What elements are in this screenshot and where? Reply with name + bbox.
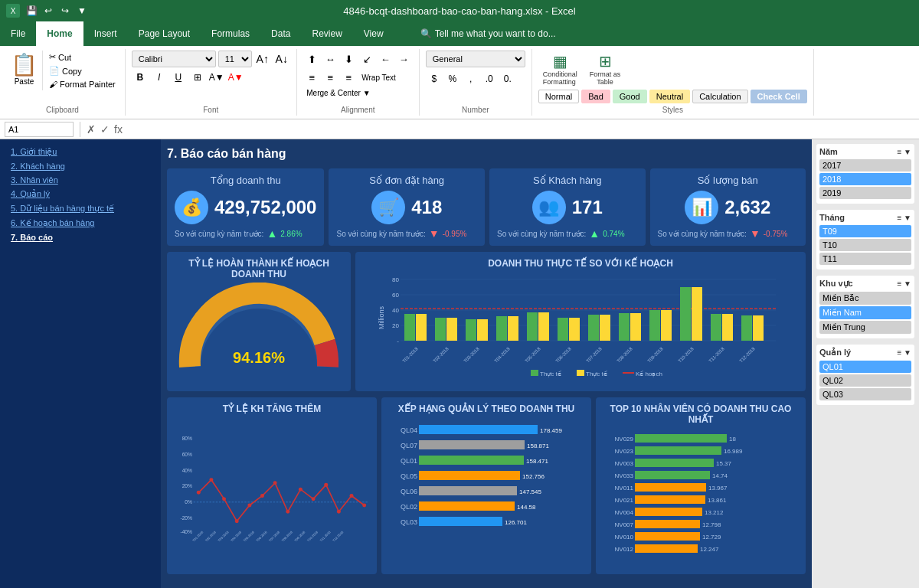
svg-text:-: - (397, 338, 399, 345)
comma-button[interactable]: , (463, 70, 479, 87)
name-box[interactable]: A1 (5, 122, 74, 137)
sidebar-item-3[interactable]: 3. Nhân viên (11, 175, 150, 185)
svg-text:T10-2018: T10-2018 (306, 530, 319, 543)
svg-text:0%: 0% (185, 499, 192, 505)
format-as-table-button[interactable]: ⊞ Format asTable (585, 51, 626, 87)
fill-color-button[interactable]: A▼ (208, 69, 225, 86)
align-left-button[interactable]: ≡ (303, 69, 320, 86)
sidebar-item-5[interactable]: 5. Dữ liệu bán hàng thực tế (11, 204, 150, 214)
undo-button[interactable]: ↩ (41, 4, 55, 18)
sidebar-item-2[interactable]: 2. Khách hàng (11, 162, 150, 171)
italic-button[interactable]: I (151, 69, 168, 86)
region-south[interactable]: Miền Nam (819, 306, 911, 319)
tab-page-layout[interactable]: Page Layout (128, 21, 201, 46)
confirm-formula-icon[interactable]: ✓ (100, 123, 110, 136)
conditional-formatting-button[interactable]: ▦ ConditionalFormatting (538, 51, 582, 87)
svg-text:Millions: Millions (378, 305, 385, 329)
cut-button[interactable]: ✂ Cut (46, 51, 119, 64)
style-check-cell[interactable]: Check Cell (751, 90, 807, 103)
percent-button[interactable]: % (444, 70, 461, 87)
number-format-select[interactable]: General (426, 51, 525, 67)
style-normal[interactable]: Normal (538, 90, 579, 103)
month-t11[interactable]: T11 (819, 253, 911, 265)
decimal-increase-button[interactable]: .0 (481, 70, 498, 87)
style-bad[interactable]: Bad (581, 90, 610, 103)
font-size-select[interactable]: 11 (218, 51, 252, 67)
region-north[interactable]: Miền Bắc (819, 292, 911, 305)
title-bar: X 💾 ↩ ↪ ▼ 4846-bcqt-dashboard-bao-cao-ba… (0, 0, 919, 21)
manager-ql02[interactable]: QL02 (819, 374, 911, 387)
style-calculation[interactable]: Calculation (692, 90, 747, 103)
line-chart-card: TỶ LỆ KH TĂNG THÊM 80% 60% 40% 20% 0% -2… (167, 397, 377, 574)
indent-increase-button[interactable]: → (395, 51, 412, 67)
year-2018[interactable]: 2018 (819, 173, 911, 185)
style-neutral[interactable]: Neutral (649, 90, 690, 103)
tab-insert[interactable]: Insert (83, 21, 128, 46)
save-button[interactable]: 💾 (25, 4, 38, 18)
sidebar-item-6[interactable]: 6. Kế hoạch bán hàng (11, 218, 150, 228)
redo-button[interactable]: ↪ (58, 4, 72, 18)
sidebar-item-4[interactable]: 4. Quản lý (11, 189, 150, 199)
text-direction-button[interactable]: ↙ (358, 51, 375, 67)
tab-formulas[interactable]: Formulas (201, 21, 260, 46)
align-top-button[interactable]: ⬆ (303, 51, 320, 67)
style-good[interactable]: Good (613, 90, 647, 103)
wrap-text-button[interactable]: Wrap Text (358, 69, 399, 86)
tab-review[interactable]: Review (301, 21, 352, 46)
svg-text:T03-2018: T03-2018 (463, 346, 480, 364)
bold-button[interactable]: B (132, 69, 149, 86)
insert-function-icon[interactable]: fx (114, 123, 123, 136)
svg-rect-99 (419, 471, 520, 480)
tab-view[interactable]: View (353, 21, 394, 46)
border-button[interactable]: ⊞ (189, 69, 206, 86)
align-right-button[interactable]: ≡ (340, 69, 357, 86)
svg-rect-13 (404, 314, 415, 341)
increase-font-button[interactable]: A↑ (254, 51, 271, 67)
manager-ql03[interactable]: QL03 (819, 388, 911, 400)
year-2017[interactable]: 2017 (819, 159, 911, 172)
svg-text:178.459: 178.459 (540, 427, 562, 434)
font-name-select[interactable]: Calibri (132, 51, 216, 67)
svg-text:T07-2018: T07-2018 (585, 346, 603, 364)
region-central[interactable]: Miền Trung (819, 321, 911, 334)
decrease-font-button[interactable]: A↓ (273, 51, 290, 67)
year-2019[interactable]: 2019 (819, 187, 911, 199)
tab-file[interactable]: File (0, 21, 36, 46)
more-button[interactable]: ▼ (75, 4, 89, 18)
month-t09[interactable]: T09 (819, 225, 911, 237)
cancel-formula-icon[interactable]: ✗ (87, 123, 96, 136)
align-middle-button[interactable]: ↔ (322, 51, 338, 67)
svg-text:T04-2018: T04-2018 (230, 530, 243, 543)
svg-text:-40%: -40% (180, 529, 192, 534)
svg-text:20: 20 (392, 322, 399, 329)
underline-button[interactable]: U (170, 69, 187, 86)
manager-ql01[interactable]: QL01 (819, 361, 911, 373)
merge-center-button[interactable]: Merge & Center ▼ (303, 87, 374, 99)
svg-text:T03-2018: T03-2018 (217, 530, 230, 543)
sidebar-item-1[interactable]: 1. Giới thiệu (11, 147, 150, 157)
indent-decrease-button[interactable]: ← (377, 51, 394, 67)
tab-home[interactable]: Home (36, 21, 83, 46)
formula-input[interactable] (126, 124, 914, 135)
search-bar[interactable]: 🔍 Tell me what you want to do... (410, 21, 567, 46)
font-color-button[interactable]: A▼ (227, 69, 244, 86)
svg-rect-123 (635, 483, 706, 492)
kpi-value-customers: 171 (572, 197, 603, 218)
svg-point-70 (286, 510, 289, 514)
kpi-icon-orders: 🛒 (371, 191, 405, 224)
tab-data[interactable]: Data (260, 21, 301, 46)
copy-button[interactable]: 📄 Copy (46, 64, 119, 77)
svg-point-66 (235, 519, 239, 523)
format-painter-button[interactable]: 🖌 Format Painter (46, 78, 119, 90)
svg-text:12.247: 12.247 (700, 546, 719, 553)
align-center-button[interactable]: ≡ (322, 69, 338, 86)
styles-group: ▦ ConditionalFormatting ⊞ Format asTable… (532, 49, 814, 116)
svg-text:NV012: NV012 (615, 546, 634, 553)
align-bottom-button[interactable]: ⬇ (340, 51, 357, 67)
paste-button[interactable]: 📋 Paste (6, 51, 43, 90)
month-t10[interactable]: T10 (819, 239, 911, 251)
decimal-decrease-button[interactable]: 0. (499, 70, 516, 87)
kpi-card-orders: Số đơn đặt hàng 🛒 418 So với cùng kỳ năm… (329, 168, 485, 246)
sidebar-item-7[interactable]: 7. Báo cáo (11, 233, 150, 242)
currency-button[interactable]: $ (426, 70, 443, 87)
